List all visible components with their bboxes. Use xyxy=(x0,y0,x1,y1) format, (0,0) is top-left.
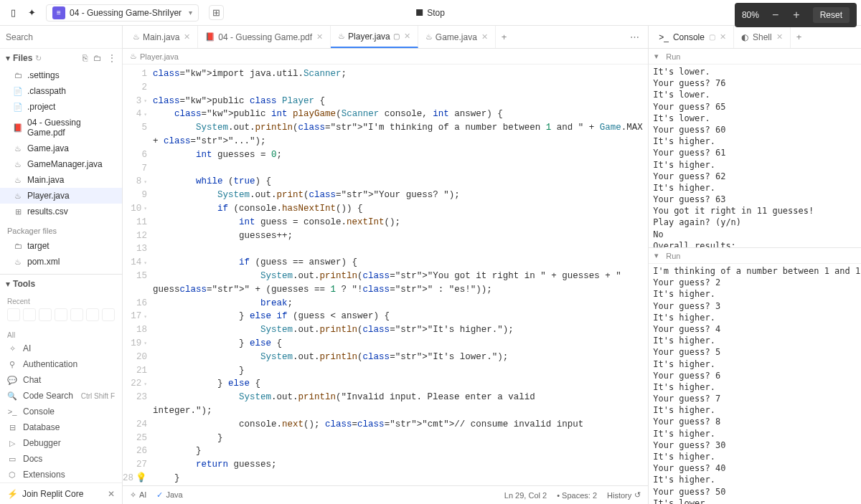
status-lang[interactable]: ✓Java xyxy=(156,490,182,500)
file-item[interactable]: 🗀target xyxy=(0,238,122,254)
file-item[interactable]: ⊞results.csv xyxy=(0,204,122,219)
zoom-reset-button[interactable]: Reset xyxy=(813,7,850,23)
code-line[interactable] xyxy=(153,162,648,176)
close-icon[interactable]: ✕ xyxy=(108,489,115,499)
stop-button[interactable]: Stop xyxy=(416,8,445,18)
tool-item-console[interactable]: >_Console xyxy=(0,404,122,419)
tab-console[interactable]: >_ Console ▢ ✕ xyxy=(651,26,734,48)
new-tab-button[interactable]: + xyxy=(496,32,513,42)
join-label[interactable]: Join Replit Core xyxy=(22,489,83,499)
code-line[interactable]: System.out.print(class="str">"Your guess… xyxy=(153,189,648,202)
search-box[interactable] xyxy=(0,26,122,49)
code-editor[interactable]: 123 ▾4 ▾5 678 ▾910 ▾11121314 ▾15 1617 ▾1… xyxy=(123,65,648,485)
fold-icon[interactable]: ▾ xyxy=(144,339,147,348)
editor-tab[interactable]: ♨Player.java▢✕ xyxy=(331,26,418,48)
tab-overflow-menu[interactable]: ⋯ xyxy=(624,32,645,42)
code-line[interactable]: if (console.hasNextInt()) { xyxy=(153,202,648,216)
code-line[interactable]: } else { xyxy=(153,337,648,351)
code-line[interactable]: guessclass="str">" + (guesses == 1 ? "!c… xyxy=(153,283,648,297)
fold-icon[interactable]: ▾ xyxy=(144,313,147,321)
file-item[interactable]: 📄.classpath xyxy=(0,83,122,99)
console-output[interactable]: It's lower. Your guess? 76 It's lower. Y… xyxy=(649,65,861,247)
fold-icon[interactable]: ▾ xyxy=(144,178,147,186)
tools-section-header[interactable]: ▾ Tools xyxy=(0,274,122,293)
editor-tab[interactable]: 📕04 - Guessing Game.pdf✕ xyxy=(198,26,331,48)
tool-item-code-search[interactable]: 🔍Code SearchCtrl Shift F xyxy=(0,388,122,404)
code-line[interactable]: guesses++; xyxy=(153,229,648,243)
file-item[interactable]: 🗀.settings xyxy=(0,67,122,83)
recent-tool-slot[interactable] xyxy=(102,308,115,321)
tab-shell[interactable]: ◐ Shell ✕ xyxy=(734,26,791,48)
fold-icon[interactable]: ▾ xyxy=(144,97,147,105)
code-line[interactable] xyxy=(153,242,648,256)
code-line[interactable] xyxy=(153,81,648,95)
editor-tab[interactable]: ♨Main.java✕ xyxy=(126,26,198,48)
status-cursor-pos[interactable]: Ln 29, Col 2 xyxy=(504,491,547,500)
close-icon[interactable]: ✕ xyxy=(481,32,488,42)
console-output[interactable]: I'm thinking of a number between 1 and 1… xyxy=(649,264,861,504)
tool-item-extensions[interactable]: ⬡Extensions xyxy=(0,467,122,482)
zoom-in-button[interactable]: + xyxy=(791,9,801,22)
file-item[interactable]: 📕04 - Guessing Game.pdf xyxy=(0,115,122,141)
project-dropdown[interactable]: ≡ 04 - Guessing Game-ShriIyer ▾ xyxy=(46,4,199,22)
kebab-menu-icon[interactable]: ⋮ xyxy=(108,53,116,63)
tool-item-chat[interactable]: 💬Chat xyxy=(0,372,122,388)
code-line[interactable]: break; xyxy=(153,297,648,310)
file-item[interactable]: ♨Main.java xyxy=(0,172,122,188)
code-line[interactable]: while (true) { xyxy=(153,175,648,189)
zoom-out-button[interactable]: − xyxy=(771,9,780,22)
code-line[interactable]: class="kw">public class Player { xyxy=(153,95,648,108)
code-line[interactable]: } xyxy=(153,472,648,485)
file-item[interactable]: 📄.project xyxy=(0,99,122,115)
sidebar-toggle-icon[interactable]: ▯ xyxy=(6,6,20,20)
maximize-icon[interactable]: ▢ xyxy=(709,33,715,41)
fold-icon[interactable]: ▾ xyxy=(144,380,147,389)
code-line[interactable]: System.out.println(class="str">"You got … xyxy=(153,270,648,283)
code-line[interactable]: integer."); xyxy=(153,404,648,418)
file-item[interactable]: ♨Player.java xyxy=(0,188,122,204)
status-ai[interactable]: ✧AI xyxy=(130,490,146,500)
code-line[interactable]: return guesses; xyxy=(153,458,648,472)
new-file-icon[interactable]: ⎘ xyxy=(83,53,88,63)
tool-item-database[interactable]: ⊟Database xyxy=(0,419,122,435)
search-input[interactable] xyxy=(6,32,116,42)
code-line[interactable]: console.next(); class=class="str">"cmt">… xyxy=(153,418,648,432)
status-spaces[interactable]: • Spaces: 2 xyxy=(557,491,597,500)
tool-item-docs[interactable]: ▭Docs xyxy=(0,451,122,467)
recent-tool-slot[interactable] xyxy=(55,308,67,321)
tool-item-debugger[interactable]: ▷Debugger xyxy=(0,435,122,451)
code-line[interactable]: } xyxy=(153,364,648,378)
code-line[interactable]: + class="str">"..."); xyxy=(153,135,648,148)
maximize-icon[interactable]: ▢ xyxy=(393,32,400,40)
code-line[interactable]: int guess = console.nextInt(); xyxy=(153,216,648,229)
lightbulb-icon[interactable]: 💡 xyxy=(136,472,147,485)
ai-sparkle-icon[interactable]: ✦ xyxy=(24,6,39,20)
fold-icon[interactable]: ▾ xyxy=(144,259,147,267)
tool-item-authentication[interactable]: ⚲Authentication xyxy=(0,356,122,372)
code-line[interactable]: } xyxy=(153,444,648,458)
files-section-header[interactable]: ▾ Files ↻ ⎘ 🗀 ⋮ xyxy=(0,49,122,67)
code-line[interactable]: int guesses = 0; xyxy=(153,148,648,162)
file-item[interactable]: ♨Game.java xyxy=(0,141,122,156)
close-icon[interactable]: ✕ xyxy=(776,32,783,42)
code-line[interactable]: System.out.println(class="str">"It's low… xyxy=(153,351,648,364)
recent-tool-slot[interactable] xyxy=(70,308,83,321)
code-line[interactable]: class="kw">public int playGame(Scanner c… xyxy=(153,108,648,121)
close-icon[interactable]: ✕ xyxy=(720,32,726,42)
close-icon[interactable]: ✕ xyxy=(184,32,190,42)
close-icon[interactable]: ✕ xyxy=(404,32,410,41)
run-header[interactable]: ▾ Run xyxy=(649,248,861,264)
recent-tool-slot[interactable] xyxy=(39,308,52,321)
new-folder-icon[interactable]: 🗀 xyxy=(93,53,102,63)
code-line[interactable]: } else { xyxy=(153,377,648,391)
new-window-icon[interactable]: ⊞ xyxy=(209,5,224,20)
run-header[interactable]: ▾ Run xyxy=(649,49,861,65)
new-tab-button[interactable]: + xyxy=(791,32,808,42)
fold-icon[interactable]: ▾ xyxy=(144,110,147,119)
recent-tool-slot[interactable] xyxy=(23,308,36,321)
code-line[interactable]: } xyxy=(153,432,648,445)
code-line[interactable]: System.out.println(class="str">"I'm thin… xyxy=(153,121,648,135)
file-item[interactable]: ♨GameManager.java xyxy=(0,156,122,172)
status-history[interactable]: History ↺ xyxy=(607,490,641,500)
close-icon[interactable]: ✕ xyxy=(316,32,323,42)
